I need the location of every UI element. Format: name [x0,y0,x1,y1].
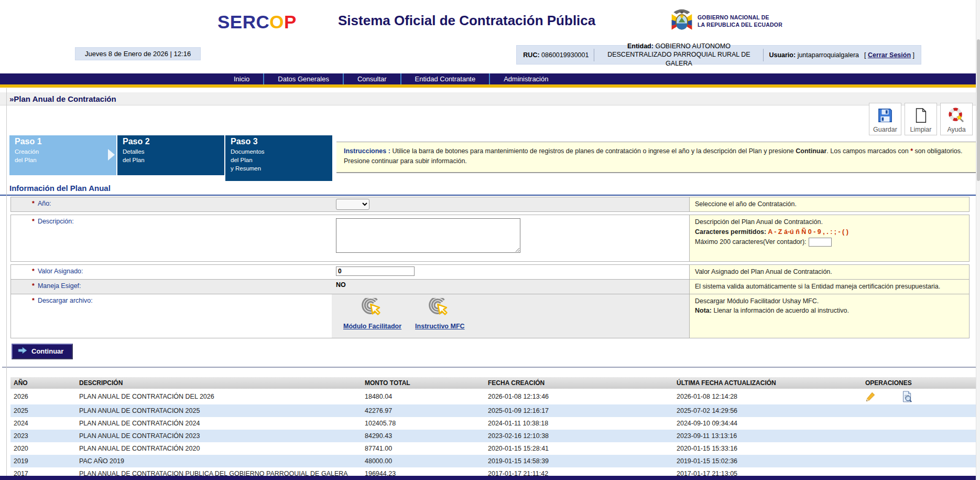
char-counter-input[interactable] [809,238,832,247]
info-bar: Jueves 8 de Enero de 2026 | 12:16 RUC: 0… [0,45,980,64]
esigef-row: *Maneja Esigef: NO El sistema valida aut… [10,280,970,294]
description-textarea[interactable] [336,218,520,253]
table-row: 2020 PLAN ANUAL DE CONTRATACIÓN 2020 877… [10,442,976,455]
vertical-scrollbar[interactable] [976,0,980,480]
cell-description: PLAN ANUAL DE CONTRATACIÓN DEL 2026 [76,389,362,404]
nav-item-administracion[interactable]: Administración [489,73,562,84]
description-help-line2: Caracteres permitidos: A - Z á-ú ñ Ñ 0 -… [695,227,964,237]
description-label: *Descripción: [11,215,332,261]
esigef-value-cell: NO [332,280,689,294]
cell-operations [862,404,976,417]
ruc-label: RUC: [523,51,539,59]
header: SERCOP Sistema Oficial de Contratación P… [0,0,980,45]
nav-item-entidad-contratante[interactable]: Entidad Contratante [400,73,489,84]
esigef-help: El sistema valida automáticamente si la … [689,280,969,294]
download-instructivo-mfc-link[interactable]: Instructivo MFC [415,298,464,330]
col-header-description: DESCRIPCIÓN [76,377,362,389]
year-label: *Año: [11,197,332,211]
action-toolbar: Guardar Limpiar Ayuda [869,103,973,135]
description-input-cell [332,215,689,261]
government-logo: GOBIERNO NACIONAL DE LA REPUBLICA DEL EC… [670,7,782,36]
assigned-value-input[interactable] [336,266,415,276]
download-links: Módulo Facilitador [336,296,685,330]
step-3-line1: Documentos [231,147,327,156]
cell-updated: 2020-01-15 15:33:16 [673,442,862,455]
clear-button-label: Limpiar [910,126,932,133]
instructions-bold: Continuar [796,147,826,155]
cell-created: 2025-01-09 12:16:17 [485,404,673,417]
ecuador-coat-of-arms-icon [670,7,694,36]
download-modulo-facilitador-link[interactable]: Módulo Facilitador [343,298,401,330]
document-magnifier-icon [902,397,912,404]
cell-year: 2019 [10,455,76,467]
nav-item-datos-generales[interactable]: Datos Generales [263,73,343,84]
sercop-logo-text-blue: SERC [217,12,269,32]
cell-operations [862,430,976,442]
ruc-value: 0860019930001 [541,51,589,59]
download-label-text: Descargar archivo: [38,297,93,304]
allowed-chars: A - Z á-ú ñ Ñ 0 - 9 , . : ; - ( ) [766,228,848,236]
nav-item-consultar[interactable]: Consultar [343,73,400,84]
sercop-logo-text-red: P [284,12,297,32]
logout-link[interactable]: Cerrar Sesión [868,51,911,59]
life-ring-icon [949,108,964,125]
plan-form: *Año: Seleccione el año de Contratación.… [10,197,970,338]
entity-segment: Entidad: GOBIERNO AUTONOMO DESCENTRALIZA… [600,42,758,68]
datetime-badge: Jueves 8 de Enero de 2026 | 12:16 [75,47,201,60]
esigef-label-text: Maneja Esigef: [38,282,81,290]
year-input-cell [332,197,689,211]
instructions-label: Instrucciones : [344,147,390,155]
pencil-icon [865,396,876,403]
step-3-tab[interactable]: Paso 3 Documentos del Plan y Resumen [225,135,332,181]
scrollbar-thumb[interactable] [977,39,980,181]
entity-label: Entidad: [627,42,654,50]
view-plan-button[interactable] [902,391,912,402]
clear-button[interactable]: Limpiar [905,103,937,135]
step-2-title: Paso 2 [123,137,219,146]
footer-bar [0,476,976,480]
cell-operations [862,455,976,467]
separator [594,49,594,61]
sercop-logo: SERCOP [217,12,297,33]
note-text: Llenar la información de acuerdo al inst… [712,307,849,314]
continue-button[interactable]: Continuar [12,344,73,359]
instructions-text2: . Los campos marcados con [826,147,910,155]
app-title: Sistema Oficial de Contratación Pública [338,13,595,29]
year-select[interactable] [336,199,369,210]
step-1-tab[interactable]: Paso 1 Creación del Plan [9,135,116,175]
table-row: 2025 PLAN ANUAL DE CONTRATACION 2025 422… [10,404,976,417]
sercop-logo-text-yellow: O [269,12,284,32]
download-instructivo-mfc-label: Instructivo MFC [415,323,464,330]
nav-item-inicio[interactable]: Inicio [220,73,263,84]
esigef-label: *Maneja Esigef: [11,280,332,294]
cell-amount: 18480.04 [362,389,485,404]
cell-year: 2025 [10,404,76,417]
help-button[interactable]: Ayuda [940,103,973,135]
section-divider [2,367,978,368]
assigned-value-input-cell [332,265,689,279]
year-label-text: Año: [38,200,51,207]
step-2-line2: del Plan [123,156,219,164]
step-2-line1: Detalles [123,147,219,156]
download-links-cell: Módulo Facilitador [332,294,689,338]
col-header-year: AÑO [10,377,76,389]
cell-operations [862,389,976,404]
step-3-line3: y Resumen [231,164,327,173]
allowed-chars-label: Caracteres permitidos: [695,228,766,236]
description-label-text: Descripción: [38,218,74,225]
cell-description: PLAN ANUAL DE CONTRATACIÓN 2020 [76,442,362,455]
step-2-tab[interactable]: Paso 2 Detalles del Plan [117,135,224,175]
edit-plan-button[interactable] [865,391,876,402]
logout-segment: [ Cerrar Sesión ] [864,51,914,59]
esigef-value: NO [336,281,346,289]
table-row: 2026 PLAN ANUAL DE CONTRATACIÓN DEL 2026… [10,389,976,404]
page-title-bar: »Plan Anual de Contratación [0,92,980,105]
floppy-disk-icon [877,108,893,125]
save-button-label: Guardar [873,126,897,133]
cell-operations [862,417,976,430]
save-button[interactable]: Guardar [869,103,901,135]
download-label: *Descargar archivo: [11,294,332,338]
logout-bracket-close: ] [913,51,914,59]
row-operations [865,391,973,402]
cell-created: 2024-01-11 10:38:18 [485,417,673,430]
